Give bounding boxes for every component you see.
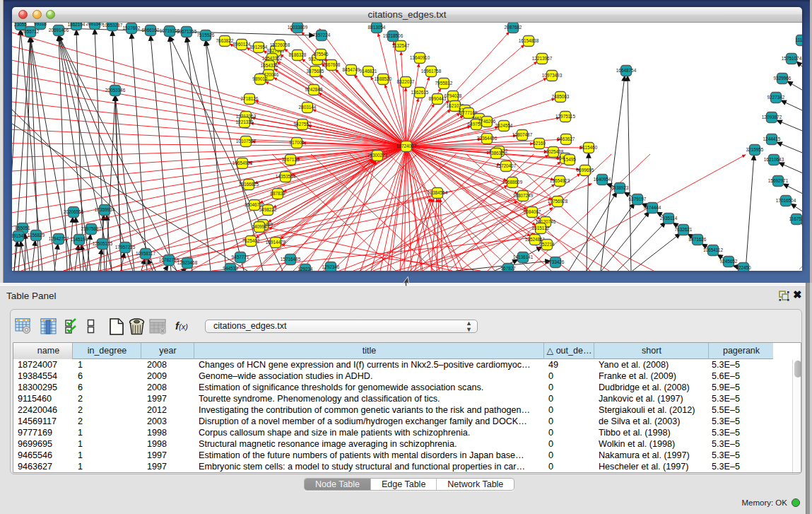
svg-text:62160: 62160	[533, 141, 546, 146]
svg-text:17359934: 17359934	[95, 207, 115, 212]
svg-text:2087682: 2087682	[505, 25, 522, 30]
svg-text:12975115: 12975115	[555, 114, 575, 119]
svg-text:8960124: 8960124	[233, 42, 251, 47]
svg-text:2718126: 2718126	[241, 96, 259, 101]
svg-text:7485063: 7485063	[552, 94, 570, 99]
svg-text:9699695: 9699695	[577, 168, 594, 173]
svg-text:8938923: 8938923	[611, 185, 629, 190]
svg-text:8912954: 8912954	[250, 45, 268, 49]
svg-text:20053346: 20053346	[105, 88, 126, 93]
svg-text:19218506: 19218506	[383, 33, 404, 38]
svg-text:2055712: 2055712	[22, 29, 40, 34]
svg-text:6379197: 6379197	[629, 197, 647, 201]
svg-text:8322037: 8322037	[397, 79, 415, 84]
svg-text:17957225: 17957225	[115, 245, 136, 250]
svg-text:15495: 15495	[563, 157, 576, 162]
svg-text:16154838: 16154838	[519, 38, 539, 43]
svg-text:13640910: 13640910	[410, 55, 430, 60]
svg-text:19654933: 19654933	[233, 160, 253, 165]
svg-text:1362615: 1362615	[411, 90, 429, 95]
svg-text:1292346: 1292346	[322, 264, 340, 269]
svg-text:15226058: 15226058	[270, 42, 290, 47]
svg-text:15751074: 15751074	[782, 56, 802, 61]
svg-text:14136141: 14136141	[513, 255, 534, 259]
svg-text:9242848: 9242848	[305, 87, 323, 92]
svg-text:7955812: 7955812	[435, 81, 453, 86]
svg-text:1615132: 1615132	[532, 226, 550, 230]
svg-text:16961758: 16961758	[421, 69, 442, 74]
svg-text:9227342: 9227342	[767, 95, 785, 100]
svg-text:18807249: 18807249	[513, 193, 534, 198]
svg-text:944533: 944533	[223, 266, 238, 271]
svg-text:16210643: 16210643	[764, 157, 784, 162]
svg-text:19166825: 19166825	[239, 182, 259, 187]
svg-text:3875685: 3875685	[307, 69, 324, 74]
svg-text:1733426: 1733426	[547, 259, 565, 264]
svg-text:7625402: 7625402	[242, 238, 260, 243]
svg-text:16914479: 16914479	[266, 240, 286, 245]
svg-text:19384554: 19384554	[428, 190, 448, 195]
svg-text:10107552: 10107552	[236, 139, 257, 144]
svg-text:23055: 23055	[14, 23, 27, 27]
svg-text:1156829: 1156829	[28, 233, 45, 238]
svg-text:12213967: 12213967	[532, 56, 553, 61]
svg-text:7663822: 7663822	[216, 38, 234, 43]
svg-text:391541: 391541	[12, 233, 26, 238]
svg-text:175546: 175546	[313, 52, 329, 57]
svg-text:15716485: 15716485	[281, 257, 301, 262]
svg-text:9457771: 9457771	[232, 255, 249, 259]
svg-text:10958117: 10958117	[136, 251, 155, 256]
svg-text:989012: 989012	[252, 76, 268, 81]
svg-text:1145194: 1145194	[71, 237, 88, 242]
svg-text:23975887: 23975887	[81, 226, 102, 231]
svg-text:8454749: 8454749	[343, 67, 360, 72]
svg-text:7515526: 7515526	[197, 33, 215, 37]
svg-text:1132547: 1132547	[392, 43, 410, 48]
svg-text:6966160: 6966160	[142, 28, 160, 33]
svg-text:9146821: 9146821	[360, 69, 377, 74]
svg-text:17016504: 17016504	[776, 198, 796, 203]
svg-text:11123: 11123	[796, 37, 802, 42]
svg-text:16046736: 16046736	[245, 202, 265, 207]
svg-text:9474444: 9474444	[644, 205, 661, 210]
svg-text:887833: 887833	[270, 191, 286, 196]
svg-text:14353594: 14353594	[276, 174, 296, 179]
svg-text:16782759: 16782759	[159, 257, 180, 262]
svg-text:19654923: 19654923	[550, 178, 570, 183]
svg-text:1527602: 1527602	[123, 25, 141, 30]
svg-text:2867608: 2867608	[323, 62, 341, 67]
svg-text:9084067: 9084067	[524, 209, 541, 214]
svg-text:2935114: 2935114	[660, 216, 678, 221]
svg-text:16033809: 16033809	[288, 25, 308, 30]
svg-text:12923468: 12923468	[177, 260, 198, 265]
svg-text:12093872: 12093872	[762, 115, 782, 119]
svg-text:15720407: 15720407	[496, 163, 517, 168]
svg-text:9463627: 9463627	[558, 136, 575, 141]
svg-text:9115460: 9115460	[580, 145, 598, 150]
svg-text:19756928: 19756928	[548, 199, 568, 204]
svg-text:252214: 252214	[539, 242, 555, 247]
svg-text:12942757: 12942757	[49, 236, 69, 241]
svg-text:1654336: 1654336	[261, 63, 278, 68]
svg-text:10671355: 10671355	[177, 29, 197, 34]
svg-text:129234: 129234	[298, 267, 313, 271]
svg-text:9427552: 9427552	[294, 122, 312, 127]
svg-text:922450: 922450	[736, 265, 751, 270]
svg-text:20206556: 20206556	[64, 209, 84, 214]
svg-text:9329966: 9329966	[774, 76, 792, 81]
svg-text:6794028: 6794028	[445, 93, 462, 98]
svg-text:20691406: 20691406	[49, 28, 69, 33]
svg-text:7357224: 7357224	[313, 33, 331, 37]
svg-text:15692971: 15692971	[768, 178, 789, 183]
svg-text:8471626: 8471626	[689, 237, 707, 242]
svg-text:917006: 917006	[289, 140, 305, 145]
svg-text:738632: 738632	[488, 151, 504, 156]
svg-text:3215955: 3215955	[746, 147, 764, 152]
svg-text:10688609: 10688609	[502, 180, 523, 185]
svg-text:1221336: 1221336	[236, 119, 254, 124]
svg-text:7632621: 7632621	[675, 227, 693, 232]
svg-text:20364436: 20364436	[477, 136, 498, 141]
svg-text:3624554: 3624554	[495, 123, 513, 128]
svg-text:116753: 116753	[789, 216, 802, 221]
svg-text:855051: 855051	[15, 226, 30, 230]
